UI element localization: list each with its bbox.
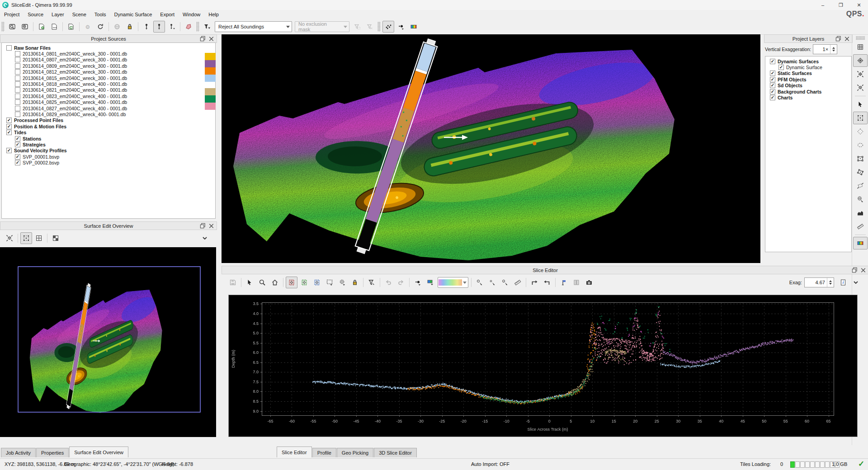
collapse-toolbar-button[interactable] [199, 232, 211, 244]
menu-export[interactable]: Export [156, 11, 179, 18]
unchecked-checkbox[interactable] [15, 57, 20, 62]
sounding-info-button[interactable] [166, 21, 178, 33]
vertical-exaggeration-spinner[interactable]: 1× [813, 44, 837, 54]
tree-item[interactable]: ✓SVP_00002.bsvp [2, 160, 215, 165]
reject-mode-select[interactable]: Reject All Soundings [215, 21, 292, 32]
checked-checkbox[interactable]: ✓ [770, 83, 775, 88]
file-color-swatch[interactable] [205, 95, 216, 103]
file-color-swatch[interactable] [205, 67, 216, 75]
unchecked-checkbox[interactable] [15, 69, 20, 75]
unchecked-checkbox[interactable] [15, 87, 20, 93]
brush-select-button[interactable] [336, 277, 348, 288]
rotate-slice-forward-button[interactable] [528, 277, 540, 288]
unchecked-checkbox[interactable] [6, 45, 12, 51]
tree-item[interactable]: 20130614_0818_em2040C_wreck_400 - 0001.d… [2, 81, 215, 87]
close-panel-button[interactable] [844, 35, 850, 42]
tree-item[interactable]: ✓Strategies [2, 141, 215, 147]
checked-checkbox[interactable]: ✓ [15, 136, 20, 141]
unchecked-checkbox[interactable] [15, 112, 20, 117]
home-view-button[interactable] [269, 277, 281, 288]
tree-item[interactable]: ✓Sd Objects [765, 83, 851, 89]
close-panel-button[interactable] [860, 267, 867, 273]
checked-checkbox[interactable]: ✓ [15, 160, 20, 165]
filter-tool-button[interactable] [366, 277, 377, 288]
import-xyz-button[interactable] [48, 21, 60, 33]
tree-item[interactable]: Raw Sonar Files [2, 45, 215, 51]
point-display-button[interactable] [382, 21, 394, 33]
checked-checkbox[interactable]: ✓ [770, 95, 775, 100]
tree-item[interactable]: 20130614_0829_em2040C_wreck_400- 0001.db [2, 111, 215, 117]
surface-display-button[interactable] [853, 54, 868, 67]
tree-item[interactable]: ✓Charts [765, 94, 851, 100]
geodetic-button[interactable] [111, 21, 123, 33]
float-panel-button[interactable] [199, 222, 206, 229]
accept-select-button[interactable] [298, 277, 310, 288]
snapshot-button[interactable] [583, 277, 595, 288]
tree-item[interactable]: 20130614_0809_em2040C_wreck_300 - 0001.d… [2, 63, 215, 69]
cursor-tool-button[interactable] [244, 277, 255, 288]
zoom-extents-button[interactable] [4, 232, 15, 244]
zoom-surface-extents-button[interactable] [853, 68, 868, 80]
tree-item[interactable]: 20130614_0825_em2040C_wreck_400 - 0001.d… [2, 99, 215, 105]
lock-button[interactable] [124, 21, 136, 33]
tab-3d-slice-editor[interactable]: 3D Slice Editor [374, 448, 417, 457]
polygon-select-tool-button[interactable] [853, 125, 868, 138]
tree-item[interactable]: ✓PFM Objects [765, 76, 851, 82]
menu-help[interactable]: Help [204, 11, 223, 18]
geo-pick-tool-button[interactable] [853, 193, 868, 206]
import-file-button[interactable] [36, 21, 47, 33]
rotate-slice-back-button[interactable] [541, 277, 553, 288]
tree-item[interactable]: ✓Tides [2, 129, 215, 135]
tile-view-button[interactable] [50, 232, 61, 244]
menu-window[interactable]: Window [179, 11, 204, 18]
file-color-swatch[interactable] [205, 88, 216, 95]
point-size-button[interactable] [395, 21, 407, 33]
spin-up-icon[interactable] [829, 280, 832, 282]
close-panel-button[interactable] [208, 35, 215, 42]
checked-checkbox[interactable]: ✓ [6, 130, 12, 135]
tree-item[interactable]: ✓Position & Motion Files [2, 123, 215, 129]
file-color-swatch[interactable] [205, 75, 216, 82]
minimize-button[interactable]: – [814, 0, 832, 10]
rect-select-tool-button[interactable] [853, 112, 868, 124]
zoom-scene-extents-button[interactable] [853, 81, 868, 94]
refresh-button[interactable] [94, 21, 106, 33]
close-panel-button[interactable] [208, 222, 215, 229]
spin-down-icon[interactable] [832, 50, 835, 52]
menu-source[interactable]: Source [24, 11, 47, 18]
reject-select-button[interactable] [286, 277, 297, 288]
unchecked-checkbox[interactable] [15, 75, 20, 81]
menu-layer[interactable]: Layer [47, 11, 68, 18]
tree-item[interactable]: ✓Static Surfaces [765, 70, 851, 76]
checked-checkbox[interactable]: ✓ [15, 142, 20, 147]
tree-item[interactable]: ✓Dynamic Surfaces [765, 58, 851, 64]
unchecked-checkbox[interactable] [15, 63, 20, 69]
menu-project[interactable]: Project [0, 11, 24, 18]
checked-checkbox[interactable]: ✓ [6, 148, 12, 153]
pick-sounding-button[interactable] [474, 277, 486, 288]
quad-view-button[interactable] [33, 232, 45, 244]
spin-down-icon[interactable] [829, 283, 832, 285]
tree-item[interactable]: ✓Background Charts [765, 89, 851, 94]
unchecked-checkbox[interactable] [15, 51, 20, 56]
slice-info-button[interactable]: i [837, 277, 849, 288]
add-raw-sonar-button[interactable] [6, 21, 18, 33]
float-panel-button[interactable] [851, 267, 858, 273]
pick-gray-button[interactable] [486, 277, 498, 288]
checked-checkbox[interactable]: ✓ [770, 70, 775, 76]
select-mode-button[interactable] [324, 277, 335, 288]
float-panel-button[interactable] [835, 35, 842, 42]
color-by-select-button[interactable] [425, 277, 436, 288]
tree-item[interactable]: ✓Dynamic Surface [765, 64, 851, 70]
colormap-button[interactable] [408, 21, 420, 33]
profile-tool-button[interactable] [853, 207, 868, 219]
tab-slice-editor[interactable]: Slice Editor [277, 446, 312, 457]
zoom-tool-button[interactable] [256, 277, 268, 288]
toolbar-drag-handle[interactable] [196, 22, 199, 32]
sounding-accept-button[interactable] [141, 21, 152, 33]
flag-sounding-button[interactable] [558, 277, 570, 288]
tree-item[interactable]: 20130614_0815_em2040C_wreck_300 - 0001.d… [2, 75, 215, 81]
tree-item[interactable]: ✓Processed Point Files [2, 118, 215, 123]
lasso-select-tool-button[interactable] [853, 139, 868, 151]
tree-item[interactable]: ✓SVP_00001.bsvp [2, 154, 215, 160]
